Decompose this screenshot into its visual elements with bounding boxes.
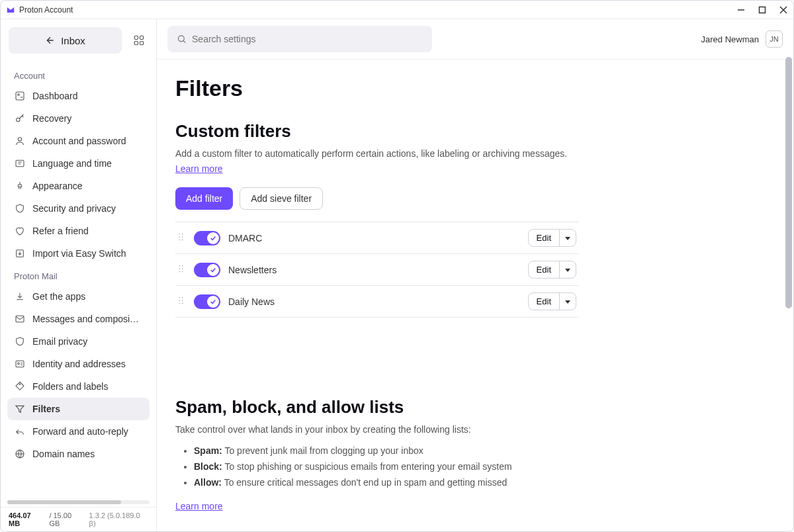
custom-filters-description: Add a custom filter to automatically per…	[175, 147, 586, 161]
import-icon	[14, 247, 26, 259]
heart-icon	[14, 225, 26, 237]
svg-point-53	[179, 303, 181, 304]
check-icon	[207, 264, 219, 276]
svg-point-46	[179, 271, 181, 273]
svg-marker-55	[565, 300, 570, 304]
tag-icon	[14, 380, 26, 392]
inbox-button[interactable]: Inbox	[9, 27, 122, 54]
svg-rect-24	[16, 316, 24, 322]
window-close-button[interactable]	[779, 5, 788, 15]
filter-toggle[interactable]	[194, 263, 220, 277]
svg-point-37	[179, 236, 181, 238]
window-minimize-button[interactable]	[736, 5, 746, 15]
svg-point-36	[182, 234, 183, 235]
svg-point-47	[182, 271, 183, 273]
sidebar-item-language-time[interactable]: Language and time	[7, 152, 150, 175]
filter-toggle[interactable]	[194, 294, 220, 309]
svg-point-49	[179, 297, 181, 298]
custom-filters-heading: Custom filters	[175, 121, 767, 142]
sidebar-item-recovery[interactable]: Recovery	[7, 107, 150, 130]
sidebar-section-account-title: Account	[7, 64, 150, 85]
storage-used: 464.07 MB	[9, 511, 44, 527]
drag-handle-icon[interactable]	[178, 296, 186, 307]
sidebar-item-messages[interactable]: Messages and composi…	[7, 308, 150, 330]
app-version: 1.3.2 (5.0.189.0 β)	[89, 511, 148, 527]
content-area: Filters Custom filters Add a custom filt…	[157, 60, 793, 531]
search-input-container[interactable]	[167, 26, 432, 52]
filter-toggle[interactable]	[194, 231, 220, 245]
spam-learn-more-link[interactable]: Learn more	[175, 501, 223, 511]
filter-more-dropdown[interactable]	[560, 230, 576, 246]
sidebar-item-security-privacy[interactable]: Security and privacy	[7, 197, 150, 220]
svg-marker-30	[16, 406, 24, 412]
svg-rect-9	[16, 92, 24, 100]
gauge-icon	[14, 90, 26, 102]
sidebar-item-forward[interactable]: Forward and auto-reply	[7, 420, 150, 443]
sidebar-horizontal-scrollbar[interactable]	[7, 500, 150, 504]
add-filter-button[interactable]: Add filter	[175, 187, 233, 210]
list-item: Block: To stop phishing or suspicious em…	[194, 459, 767, 475]
sidebar-item-label: Domain names	[32, 449, 95, 459]
drag-handle-icon[interactable]	[178, 264, 186, 275]
sidebar-item-folders[interactable]: Folders and labels	[7, 375, 150, 398]
page-title: Filters	[175, 75, 767, 101]
window-maximize-button[interactable]	[758, 5, 767, 15]
svg-point-43	[182, 265, 183, 267]
spam-description: Take control over what lands in your inb…	[175, 423, 586, 437]
storage-total: / 15.00 GB	[49, 511, 83, 527]
sidebar-item-label: Account and password	[32, 136, 126, 146]
svg-point-33	[179, 36, 185, 42]
custom-filters-learn-more-link[interactable]: Learn more	[175, 163, 223, 174]
main-header: Jared Newman JN	[157, 19, 793, 60]
sidebar-footer: 464.07 MB / 15.00 GB 1.3.2 (5.0.189.0 β)	[1, 507, 156, 531]
check-icon	[207, 296, 219, 308]
sidebar-item-domains[interactable]: Domain names	[7, 443, 150, 465]
filter-more-dropdown[interactable]	[560, 261, 576, 278]
svg-point-10	[18, 94, 20, 96]
sidebar-item-import[interactable]: Import via Easy Switch	[7, 242, 150, 265]
sidebar-item-account-password[interactable]: Account and password	[7, 130, 150, 152]
sidebar-section-mail-title: Proton Mail	[7, 265, 150, 285]
sidebar-item-filters[interactable]: Filters	[7, 398, 150, 420]
svg-rect-5	[134, 36, 138, 39]
sidebar-item-appearance[interactable]: Appearance	[7, 175, 150, 197]
filter-more-dropdown[interactable]	[560, 293, 576, 310]
user-icon	[14, 135, 26, 147]
search-input[interactable]	[192, 34, 423, 44]
sidebar-item-refer[interactable]: Refer a friend	[7, 220, 150, 242]
sidebar-item-label: Language and time	[32, 158, 112, 169]
sidebar: Inbox Account Dashboard Recovery	[1, 19, 157, 531]
sidebar-item-identity[interactable]: Identity and addresses	[7, 353, 150, 375]
apps-grid-icon[interactable]	[130, 31, 148, 50]
sidebar-item-email-privacy[interactable]: Email privacy	[7, 330, 150, 353]
vertical-scrollbar[interactable]	[785, 57, 792, 308]
svg-point-54	[182, 303, 183, 304]
filter-icon	[14, 403, 26, 415]
search-icon	[177, 34, 187, 44]
svg-rect-1	[760, 7, 766, 13]
avatar[interactable]: JN	[766, 30, 783, 48]
drag-handle-icon[interactable]	[178, 232, 186, 244]
filter-list: DMARC Edit Newsletters Edit	[175, 222, 579, 318]
svg-marker-41	[565, 237, 570, 240]
svg-point-52	[182, 300, 183, 301]
sidebar-item-label: Identity and addresses	[32, 359, 126, 369]
sidebar-item-label: Email privacy	[32, 336, 87, 347]
sidebar-item-get-apps[interactable]: Get the apps	[7, 285, 150, 308]
filter-name: DMARC	[228, 233, 262, 244]
add-sieve-filter-button[interactable]: Add sieve filter	[240, 187, 323, 210]
sidebar-item-label: Forward and auto-reply	[32, 426, 128, 437]
filter-name: Daily News	[228, 296, 275, 307]
filter-edit-button[interactable]: Edit	[529, 230, 560, 246]
filter-row: Daily News Edit	[175, 286, 579, 318]
svg-point-45	[182, 268, 183, 269]
shield-icon	[14, 202, 26, 214]
svg-point-42	[179, 265, 181, 267]
filter-edit-button[interactable]: Edit	[529, 261, 560, 278]
sidebar-item-dashboard[interactable]: Dashboard	[7, 85, 150, 107]
svg-line-34	[183, 41, 185, 43]
brush-icon	[14, 180, 26, 192]
key-icon	[14, 112, 26, 124]
sidebar-item-label: Security and privacy	[32, 203, 116, 214]
filter-edit-button[interactable]: Edit	[529, 293, 560, 310]
